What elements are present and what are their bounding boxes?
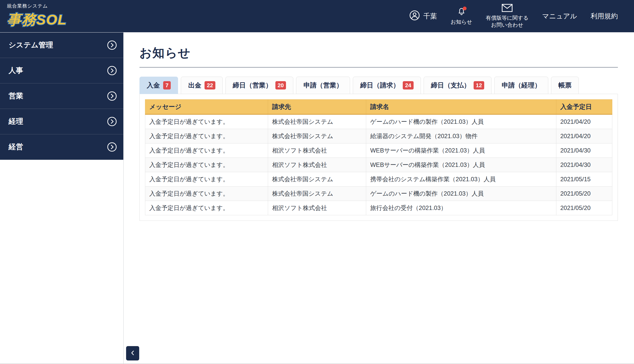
notifications-button[interactable]: お知らせ	[451, 7, 472, 25]
cell-billing-name: 携帯会社のシステム構築作業（2021.03）人員	[366, 172, 556, 187]
tab-badge: 7	[163, 81, 171, 90]
table-row: 入金予定日が過ぎています。 相沢ソフト株式会社 WEBサーバーの構築作業（202…	[145, 143, 612, 158]
tab-closing-billing[interactable]: 締日（請求） 24	[353, 77, 421, 94]
contact-text: 有償版等に関する お問い合わせ	[486, 14, 528, 29]
tab-closing-payment[interactable]: 締日（支払） 12	[424, 77, 492, 94]
tab-badge: 12	[474, 81, 484, 90]
table-row: 入金予定日が過ぎています。 相沢ソフト株式会社 旅行会社の受付（2021.03）…	[145, 201, 612, 215]
chevron-right-circle-icon	[107, 91, 117, 101]
tab-label: 締日（支払）	[431, 81, 470, 90]
sidebar-item-system-admin[interactable]: システム管理	[0, 33, 123, 58]
tab-label: 帳票	[558, 81, 571, 90]
tab-application-accounting[interactable]: 申請（経理）	[494, 77, 548, 94]
main-content: お知らせ 入金 7 出金 22 締日（営業） 20 申請（営業） 締日（請求） …	[124, 32, 634, 364]
table-body: 入金予定日が過ぎています。 株式会社帝国システム ゲームのハード機の製作（202…	[145, 114, 612, 215]
sidebar-item-accounting[interactable]: 経理	[0, 109, 123, 134]
contact-line2: お問い合わせ	[491, 22, 523, 28]
tab-label: 申請（営業）	[303, 81, 343, 90]
mail-icon	[502, 4, 513, 13]
tab-panel: メッセージ 請求先 請求名 入金予定日 入金予定日が過ぎています。 株式会社帝国…	[139, 94, 618, 221]
cell-billing-to: 相沢ソフト株式会社	[268, 201, 366, 215]
tab-badge: 22	[205, 81, 215, 90]
user-name: 千葉	[423, 12, 437, 21]
cell-message: 入金予定日が過ぎています。	[145, 172, 268, 187]
sidebar-item-label: システム管理	[9, 40, 53, 50]
tab-forms[interactable]: 帳票	[551, 77, 579, 94]
cell-billing-name: 給湯器のシステム開発（2021.03）物件	[366, 129, 556, 143]
tab-badge: 20	[275, 81, 286, 90]
tab-withdrawal[interactable]: 出金 22	[181, 77, 222, 94]
cell-message: 入金予定日が過ぎています。	[145, 143, 268, 158]
top-header: 統合業務システム 事務SOL 千葉	[0, 0, 634, 32]
tab-deposit[interactable]: 入金 7	[139, 77, 178, 94]
brand[interactable]: 統合業務システム 事務SOL	[7, 3, 67, 29]
tab-badge: 24	[403, 81, 413, 90]
cell-due-date: 2021/04/20	[556, 114, 612, 129]
sidebar-item-label: 営業	[9, 91, 23, 101]
tab-label: 締日（営業）	[233, 81, 272, 90]
cell-billing-name: WEBサーバーの構築作業（2021.03）人員	[366, 143, 556, 158]
tab-label: 入金	[147, 81, 160, 90]
notification-dot	[463, 7, 467, 10]
cell-message: 入金予定日が過ぎています。	[145, 129, 268, 143]
cell-billing-to: 相沢ソフト株式会社	[268, 143, 366, 158]
table-row: 入金予定日が過ぎています。 株式会社帝国システム 携帯会社のシステム構築作業（2…	[145, 172, 612, 187]
cell-billing-to: 相沢ソフト株式会社	[268, 158, 366, 172]
contact-line1: 有償版等に関する	[486, 15, 528, 21]
cell-billing-to: 株式会社帝国システム	[268, 187, 366, 201]
cell-billing-to: 株式会社帝国システム	[268, 114, 366, 129]
sidebar-item-label: 人事	[9, 66, 23, 76]
app-logo: 事務SOL	[7, 10, 67, 29]
cell-billing-name: ゲームのハード機の製作（2021.03）人員	[366, 187, 556, 201]
tab-application-sales[interactable]: 申請（営業）	[296, 77, 350, 94]
sidebar-item-label: 経営	[9, 142, 23, 152]
chevron-left-icon	[129, 349, 136, 357]
tab-label: 締日（請求）	[360, 81, 399, 90]
sidebar-item-hr[interactable]: 人事	[0, 58, 123, 83]
cell-due-date: 2021/05/20	[556, 201, 612, 215]
tab-closing-sales[interactable]: 締日（営業） 20	[225, 77, 293, 94]
chevron-right-circle-icon	[107, 66, 117, 75]
sidebar-item-management[interactable]: 経営	[0, 134, 123, 160]
cell-billing-name: WEBサーバーの構築作業（2021.03）人員	[366, 158, 556, 172]
sidebar-item-sales[interactable]: 営業	[0, 83, 123, 109]
col-due-date: 入金予定日	[556, 100, 612, 114]
table-row: 入金予定日が過ぎています。 株式会社帝国システム 給湯器のシステム開発（2021…	[145, 129, 612, 143]
table-row: 入金予定日が過ぎています。 株式会社帝国システム ゲームのハード機の製作（202…	[145, 187, 612, 201]
table-row: 入金予定日が過ぎています。 相沢ソフト株式会社 WEBサーバーの構築作業（202…	[145, 158, 612, 172]
table-header: メッセージ 請求先 請求名 入金予定日	[145, 100, 612, 114]
sidebar: システム管理 人事 営業 経理 経営	[0, 32, 123, 160]
tab-label: 出金	[188, 81, 201, 90]
notifications-label: お知らせ	[451, 18, 472, 25]
system-label: 統合業務システム	[7, 3, 67, 9]
cell-due-date: 2021/04/30	[556, 158, 612, 172]
cell-due-date: 2021/04/20	[556, 129, 612, 143]
cell-due-date: 2021/05/20	[556, 187, 612, 201]
sidebar-divider	[123, 32, 124, 364]
page: 統合業務システム 事務SOL 千葉	[0, 0, 634, 364]
cell-billing-to: 株式会社帝国システム	[268, 172, 366, 187]
col-billing-name: 請求名	[366, 100, 556, 114]
cell-message: 入金予定日が過ぎています。	[145, 114, 268, 129]
chevron-right-circle-icon	[107, 142, 117, 152]
sidebar-collapse-button[interactable]	[126, 346, 139, 360]
col-message: メッセージ	[145, 100, 268, 114]
terms-link[interactable]: 利用規約	[591, 12, 618, 21]
cell-message: 入金予定日が過ぎています。	[145, 201, 268, 215]
cell-message: 入金予定日が過ぎています。	[145, 158, 268, 172]
user-icon	[409, 10, 420, 22]
cell-billing-name: 旅行会社の受付（2021.03）	[366, 201, 556, 215]
bell-icon	[457, 7, 466, 17]
header-actions: 千葉 お知らせ	[409, 4, 618, 29]
cell-billing-to: 株式会社帝国システム	[268, 129, 366, 143]
notice-tabs: 入金 7 出金 22 締日（営業） 20 申請（営業） 締日（請求） 24 締日…	[139, 77, 618, 94]
page-title: お知らせ	[139, 45, 618, 68]
col-billing-to: 請求先	[268, 100, 366, 114]
contact-link[interactable]: 有償版等に関する お問い合わせ	[486, 4, 528, 29]
sidebar-item-label: 経理	[9, 116, 23, 127]
user-menu[interactable]: 千葉	[409, 10, 437, 22]
manual-link[interactable]: マニュアル	[542, 12, 577, 21]
table-row: 入金予定日が過ぎています。 株式会社帝国システム ゲームのハード機の製作（202…	[145, 114, 612, 129]
cell-due-date: 2021/04/30	[556, 143, 612, 158]
cell-due-date: 2021/05/15	[556, 172, 612, 187]
